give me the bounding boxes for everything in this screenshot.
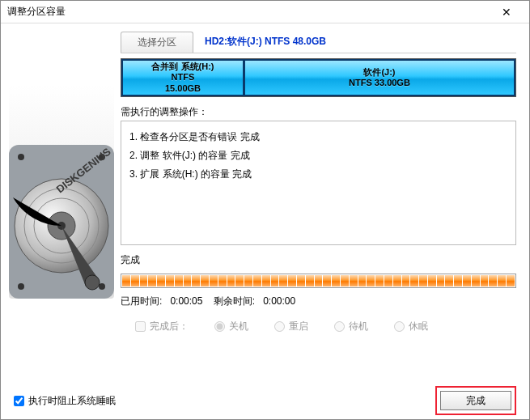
prevent-sleep-label: 执行时阻止系统睡眠 [28, 394, 116, 408]
partition-line: NTFS 33.00GB [349, 78, 410, 88]
elapsed-label: 已用时间: [121, 295, 162, 307]
prevent-sleep-input[interactable] [14, 396, 24, 406]
elapsed-value: 0:00:05 [170, 295, 202, 307]
after-complete-input[interactable] [135, 321, 146, 332]
partition-line: 软件(J:) [363, 67, 395, 78]
operation-item: 3. 扩展 系统(H:) 的容量 完成 [129, 165, 507, 184]
svg-point-12 [85, 275, 100, 290]
svg-point-8 [18, 283, 24, 290]
finish-button[interactable]: 完成 [440, 391, 511, 410]
partition-segment-target[interactable]: 合并到 系统(H:) NTFS 15.00GB [121, 59, 244, 96]
after-complete-row: 完成后： 关机 重启 待机 休眠 [121, 320, 516, 333]
partition-line: 15.00GB [165, 83, 201, 94]
tab-row: 选择分区 HD2:软件(J:) NTFS 48.0GB [121, 32, 516, 53]
brand-illustration: DISKGENIUS [9, 32, 114, 299]
partition-line: 合并到 系统(H:) [151, 62, 214, 72]
after-complete-checkbox[interactable]: 完成后： [135, 320, 189, 333]
after-complete-label: 完成后： [150, 320, 189, 333]
partition-info-label: HD2:软件(J:) NTFS 48.0GB [198, 32, 333, 53]
operation-item: 2. 调整 软件(J:) 的容量 完成 [129, 146, 507, 165]
select-partition-tab[interactable]: 选择分区 [121, 32, 193, 53]
operations-header: 需执行的调整操作： [121, 105, 516, 119]
dialog-window: 调整分区容量 ✕ [0, 0, 530, 420]
radio-hibernate[interactable]: 休眠 [394, 320, 428, 333]
main-panel: 选择分区 HD2:软件(J:) NTFS 48.0GB 合并到 系统(H:) N… [114, 23, 529, 382]
partition-bar: 合并到 系统(H:) NTFS 15.00GB 软件(J:) NTFS 33.0… [121, 58, 516, 97]
titlebar: 调整分区容量 ✕ [1, 1, 529, 23]
finish-highlight: 完成 [435, 386, 516, 415]
remain-value: 0:00:00 [263, 295, 295, 307]
status-text: 完成 [121, 253, 516, 267]
window-title: 调整分区容量 [7, 5, 490, 19]
operation-item: 1. 检查各分区是否有错误 完成 [129, 128, 507, 146]
operations-list: 1. 检查各分区是否有错误 完成 2. 调整 软件(J:) 的容量 完成 3. … [121, 121, 516, 245]
radio-shutdown[interactable]: 关机 [214, 320, 248, 333]
time-row: 已用时间: 0:00:05 剩余时间: 0:00:00 [121, 295, 516, 308]
radio-restart[interactable]: 重启 [274, 320, 308, 333]
disk-icon: DISKGENIUS [9, 121, 114, 299]
close-button[interactable]: ✕ [490, 1, 523, 23]
svg-point-6 [18, 154, 24, 160]
remain-label: 剩余时间: [214, 295, 255, 307]
footer: 执行时阻止系统睡眠 完成 [1, 382, 529, 419]
partition-segment-source[interactable]: 软件(J:) NTFS 33.00GB [244, 59, 515, 96]
sidebar: DISKGENIUS [1, 23, 114, 382]
radio-standby[interactable]: 待机 [334, 320, 368, 333]
progress-bar [121, 274, 516, 288]
partition-line: NTFS [172, 72, 195, 83]
prevent-sleep-checkbox[interactable]: 执行时阻止系统睡眠 [14, 394, 116, 408]
